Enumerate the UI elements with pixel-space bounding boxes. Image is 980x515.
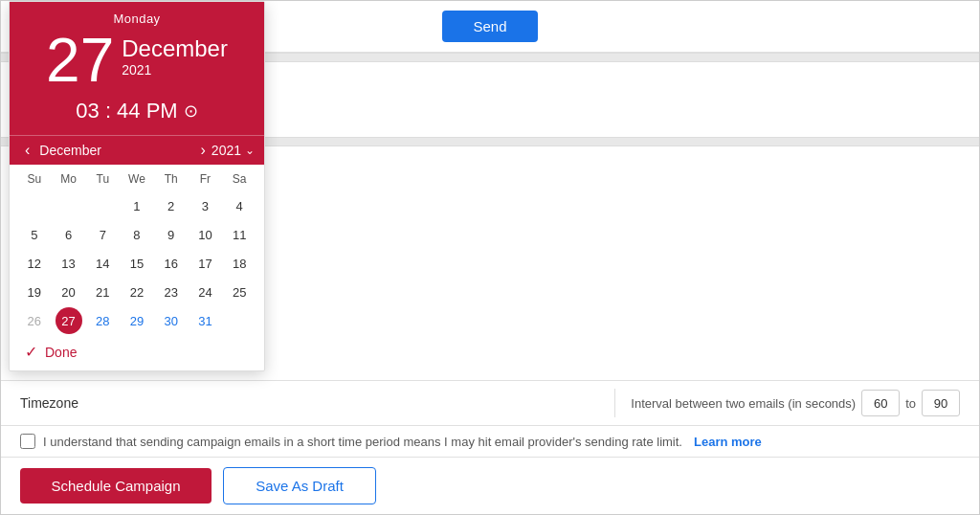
calendar-header: Monday 27 December 2021 03 : 44 PM ⊙ [10, 2, 264, 135]
cal-day-22[interactable]: 22 [123, 279, 150, 305]
weekday-we: We [120, 168, 154, 190]
cal-empty [226, 307, 253, 334]
cal-day-30[interactable]: 30 [158, 307, 185, 334]
cal-day-28[interactable]: 28 [89, 307, 116, 334]
calendar-month-year: December 2021 [122, 30, 228, 78]
understand-row: I understand that sending campaign email… [1, 426, 979, 458]
nav-year-label[interactable]: 2021 ⌄ [212, 143, 255, 158]
calendar-day-name: Monday [25, 11, 249, 26]
calendar-day-number: 27 [46, 30, 114, 91]
cal-day-17[interactable]: 17 [191, 250, 218, 277]
calendar-done-row: ✓ Done [10, 335, 264, 370]
next-month-arrow[interactable]: › [195, 142, 212, 159]
calendar-time-row: 03 : 44 PM ⊙ [25, 99, 249, 123]
weekday-sa: Sa [222, 168, 256, 190]
calendar-grid: Su Mo Tu We Th Fr Sa 1 2 3 4 5 6 7 [10, 165, 264, 335]
weekday-th: Th [154, 168, 189, 190]
cal-day-29[interactable]: 29 [123, 307, 150, 334]
cal-day-1[interactable]: 1 [123, 192, 150, 219]
interval-section: Interval between two emails (in seconds)… [631, 390, 960, 416]
done-check-icon: ✓ [25, 343, 37, 361]
cal-day-24[interactable]: 24 [191, 279, 218, 305]
cal-empty [21, 192, 48, 219]
cal-day-31[interactable]: 31 [191, 307, 218, 334]
interval-label: Interval between two emails (in seconds) [631, 396, 856, 411]
cal-day-7[interactable]: 7 [89, 221, 116, 248]
done-button[interactable]: Done [45, 345, 77, 360]
cal-day-4[interactable]: 4 [226, 192, 253, 219]
nav-month-label: December [39, 143, 194, 158]
weekday-tu: Tu [85, 168, 120, 190]
timezone-row: Timezone Interval between two emails (in… [1, 380, 979, 426]
cal-day-26[interactable]: 26 [21, 307, 48, 334]
weekday-mo: Mo [52, 168, 86, 190]
understand-text: I understand that sending campaign email… [43, 435, 682, 449]
cal-day-21[interactable]: 21 [89, 279, 116, 305]
cal-empty [89, 192, 116, 219]
vertical-divider [614, 389, 615, 417]
cal-day-18[interactable]: 18 [226, 250, 253, 277]
cal-day-2[interactable]: 2 [158, 192, 185, 219]
calendar-month: December [122, 37, 228, 60]
clock-icon[interactable]: ⊙ [184, 101, 198, 122]
cal-day-5[interactable]: 5 [21, 221, 48, 248]
cal-empty [56, 192, 82, 219]
calendar-date-row: 27 December 2021 [25, 30, 249, 91]
year-chevron-icon: ⌄ [245, 144, 255, 157]
main-container: Send ge Timezone Interval between two em… [0, 0, 980, 515]
cal-day-19[interactable]: 19 [21, 279, 48, 305]
cal-day-27[interactable]: 27 [56, 307, 82, 334]
interval-from-input[interactable] [861, 390, 900, 416]
weekday-fr: Fr [189, 168, 223, 190]
interval-to-input[interactable] [922, 390, 960, 416]
send-button[interactable]: Send [442, 11, 537, 42]
cal-day-8[interactable]: 8 [123, 221, 150, 248]
cal-day-20[interactable]: 20 [56, 279, 82, 305]
cal-day-15[interactable]: 15 [123, 250, 150, 277]
calendar-time: 03 : 44 PM [76, 99, 177, 123]
timezone-label: Timezone [20, 395, 599, 411]
learn-more-link[interactable]: Learn more [694, 435, 762, 449]
save-as-draft-button[interactable]: Save As Draft [223, 467, 376, 504]
cal-day-6[interactable]: 6 [56, 221, 82, 248]
bottom-section: Timezone Interval between two emails (in… [1, 380, 979, 514]
prev-month-arrow[interactable]: ‹ [19, 142, 35, 159]
cal-day-13[interactable]: 13 [56, 250, 82, 277]
weekday-su: Su [17, 168, 52, 190]
cal-day-23[interactable]: 23 [158, 279, 185, 305]
interval-to-label: to [905, 396, 916, 411]
cal-day-11[interactable]: 11 [226, 221, 253, 248]
action-buttons-row: Schedule Campaign Save As Draft [1, 458, 979, 514]
understand-checkbox[interactable] [20, 434, 35, 449]
cal-day-25[interactable]: 25 [226, 279, 253, 305]
cal-day-12[interactable]: 12 [21, 250, 48, 277]
calendar-nav: ‹ December › 2021 ⌄ [10, 135, 264, 165]
cal-day-9[interactable]: 9 [158, 221, 185, 248]
calendar-days: 1 2 3 4 5 6 7 8 9 10 11 12 13 14 15 16 1… [17, 191, 256, 335]
schedule-campaign-button[interactable]: Schedule Campaign [20, 468, 212, 504]
cal-day-14[interactable]: 14 [89, 250, 116, 277]
cal-day-3[interactable]: 3 [191, 192, 218, 219]
calendar-year: 2021 [122, 62, 228, 78]
cal-day-16[interactable]: 16 [158, 250, 185, 277]
calendar-overlay: Monday 27 December 2021 03 : 44 PM ⊙ ‹ D… [9, 1, 265, 371]
calendar-weekdays: Su Mo Tu We Th Fr Sa [17, 168, 256, 190]
cal-day-10[interactable]: 10 [191, 221, 218, 248]
